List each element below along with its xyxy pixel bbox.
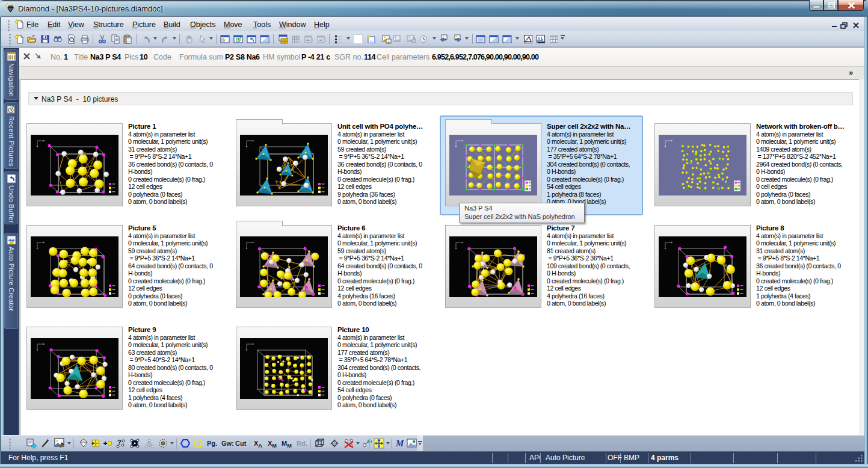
- svg-text:M: M: [395, 439, 404, 448]
- svg-text:?: ?: [117, 439, 122, 446]
